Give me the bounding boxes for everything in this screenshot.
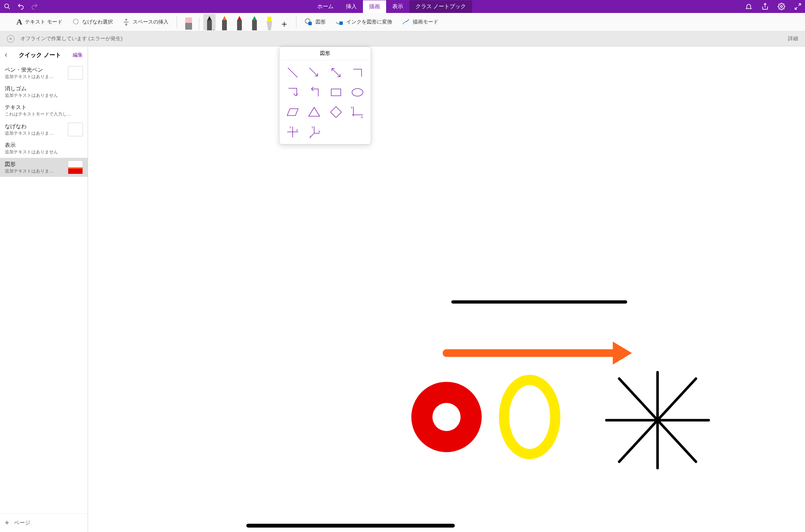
page-thumbnail <box>68 161 83 174</box>
svg-marker-21 <box>267 21 272 30</box>
page-item[interactable]: ペン・蛍光ペン追加テキストはありま… <box>0 63 88 82</box>
page-item[interactable]: 表示追加テキストはありません <box>0 139 88 158</box>
pen-orange[interactable] <box>218 14 231 30</box>
tab-home[interactable]: ホーム <box>311 0 340 13</box>
chevron-down-icon[interactable]: ⌄ <box>212 27 215 31</box>
page-list: ペン・蛍光ペン追加テキストはありま… 消しゴム追加テキストはありません テキスト… <box>0 63 88 513</box>
pen-gallery: ⌄ + <box>182 14 291 30</box>
page-subtitle: 追加テキストはありません <box>5 149 83 155</box>
share-icon[interactable] <box>761 2 770 11</box>
canvas-drawing <box>88 46 805 532</box>
add-pen-button[interactable]: + <box>278 18 291 30</box>
close-icon[interactable]: ✕ <box>7 35 14 43</box>
shapes-button[interactable]: 図形 <box>302 17 328 28</box>
page-subtitle: これはテキストモードで入力し… <box>5 111 83 117</box>
page-title: なげなわ <box>5 123 65 130</box>
svg-rect-15 <box>222 20 227 30</box>
separator <box>199 18 199 30</box>
page-subtitle: 追加テキストはありま… <box>5 74 65 80</box>
lasso-label: なげなわ選択 <box>82 19 113 25</box>
svg-line-4 <box>799 4 801 6</box>
tab-view[interactable]: 表示 <box>386 0 409 13</box>
notifications-icon[interactable] <box>744 2 753 11</box>
draw-mode-button[interactable]: 描画モード <box>399 17 441 28</box>
svg-line-1 <box>8 7 10 9</box>
add-page-button[interactable]: + ページ <box>0 513 88 532</box>
tab-draw[interactable]: 描画 <box>363 0 386 13</box>
shapes-label: 図形 <box>316 19 326 25</box>
svg-marker-12 <box>207 16 211 20</box>
canvas[interactable]: 図形 XY XY XYZ <box>88 46 805 532</box>
svg-line-5 <box>795 7 797 9</box>
page-subtitle: 追加テキストはありま… <box>5 168 65 174</box>
undo-icon[interactable] <box>16 2 25 11</box>
tab-bar: ホーム 挿入 描画 表示 クラス ノートブック <box>39 0 744 13</box>
page-item[interactable]: テキストこれはテキストモードで入力し… <box>0 101 88 120</box>
page-thumbnail <box>68 123 83 136</box>
draw-mode-label: 描画モード <box>413 19 438 25</box>
svg-point-0 <box>5 4 9 8</box>
page-subtitle: 追加テキストはありません <box>5 92 83 98</box>
tab-class-notebook[interactable]: クラス ノートブック <box>409 0 472 13</box>
add-page-label: ページ <box>14 519 30 527</box>
ink-to-shape-label: インクを図形に変換 <box>346 19 392 25</box>
insert-space-label: スペースの挿入 <box>133 19 169 25</box>
svg-marker-49 <box>613 341 632 365</box>
separator <box>296 16 296 28</box>
offline-infobar: ✕ オフラインで作業しています (エラーが発生) 詳細 <box>0 31 805 46</box>
svg-marker-16 <box>237 16 241 20</box>
redo-icon <box>30 2 39 11</box>
page-item[interactable]: 図形追加テキストはありま… <box>0 158 88 177</box>
section-title: クイック ノート <box>19 51 61 59</box>
search-icon[interactable] <box>3 2 12 11</box>
lasso-button[interactable]: なげなわ選択 <box>69 17 116 27</box>
svg-point-51 <box>433 403 461 431</box>
svg-rect-17 <box>237 20 242 30</box>
svg-rect-20 <box>267 17 272 21</box>
detail-link[interactable]: 詳細 <box>788 35 798 42</box>
page-thumbnail <box>68 66 83 80</box>
workspace: ‹ クイック ノート 編集 ペン・蛍光ペン追加テキストはありま… 消しゴム追加テ… <box>0 46 805 532</box>
page-title: ペン・蛍光ペン <box>5 66 65 74</box>
svg-point-3 <box>780 5 782 7</box>
offline-message: オフラインで作業しています (エラーが発生) <box>20 35 122 42</box>
page-subtitle: 追加テキストはありま… <box>5 130 65 136</box>
fullscreen-icon[interactable] <box>793 2 802 11</box>
pen-green[interactable] <box>248 14 261 30</box>
svg-rect-19 <box>252 20 257 30</box>
eraser-tool[interactable] <box>182 14 195 30</box>
svg-rect-10 <box>185 17 192 24</box>
svg-rect-11 <box>185 23 192 30</box>
svg-rect-13 <box>207 20 212 30</box>
settings-icon[interactable] <box>777 2 786 11</box>
svg-rect-24 <box>339 21 343 25</box>
page-title: 消しゴム <box>5 85 83 92</box>
ribbon: A テキスト モード なげなわ選択 スペースの挿入 ⌄ + <box>0 13 805 31</box>
sidebar: ‹ クイック ノート 編集 ペン・蛍光ペン追加テキストはありま… 消しゴム追加テ… <box>0 46 88 532</box>
text-mode-button[interactable]: A テキスト モード <box>14 16 65 28</box>
pen-red[interactable] <box>233 14 246 30</box>
sidebar-header: ‹ クイック ノート 編集 <box>0 46 88 63</box>
page-title: テキスト <box>5 104 83 111</box>
titlebar: ホーム 挿入 描画 表示 クラス ノートブック <box>0 0 805 13</box>
highlighter-yellow[interactable] <box>263 14 276 30</box>
svg-rect-23 <box>308 22 312 25</box>
page-item[interactable]: 消しゴム追加テキストはありません <box>0 82 88 101</box>
edit-link[interactable]: 編集 <box>73 52 83 58</box>
back-icon[interactable]: ‹ <box>5 50 7 59</box>
page-item[interactable]: なげなわ追加テキストはありま… <box>0 120 88 139</box>
svg-marker-18 <box>252 16 257 20</box>
pen-black[interactable]: ⌄ <box>203 14 216 30</box>
separator <box>177 16 177 28</box>
svg-point-52 <box>504 380 555 454</box>
ink-to-shape-button[interactable]: インクを図形に変換 <box>333 17 395 28</box>
insert-space-button[interactable]: スペースの挿入 <box>120 17 171 27</box>
tab-insert[interactable]: 挿入 <box>340 0 363 13</box>
svg-point-6 <box>73 19 78 24</box>
page-title: 表示 <box>5 142 83 149</box>
page-title: 図形 <box>5 161 65 168</box>
text-mode-label: テキスト モード <box>25 19 62 25</box>
svg-marker-14 <box>222 16 226 20</box>
